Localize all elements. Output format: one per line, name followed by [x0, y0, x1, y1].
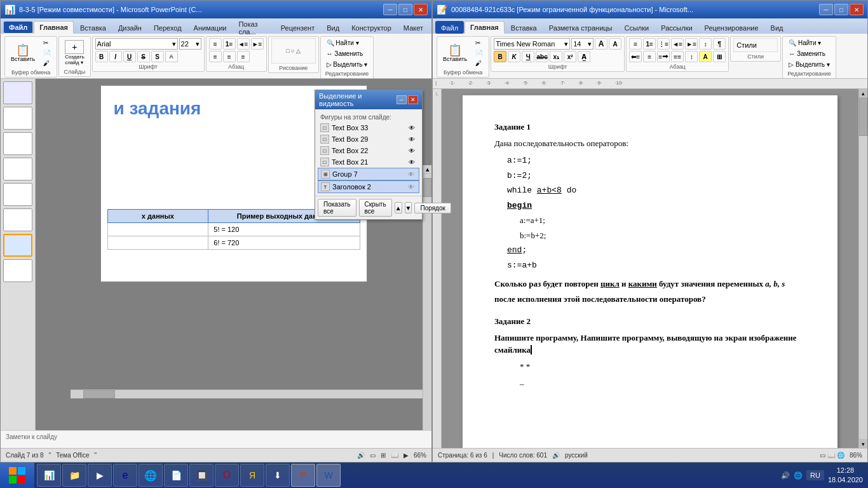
start-button[interactable] [0, 463, 34, 488]
word-shading-button[interactable]: A [699, 51, 712, 62]
word-tab-home[interactable]: Главная [465, 21, 505, 34]
word-view-print-layout[interactable]: ▭ [820, 452, 827, 459]
visibility-icon-21[interactable]: 👁 [407, 158, 417, 166]
ppt-tab-insert[interactable]: Вставка [74, 21, 112, 34]
word-scroll-up[interactable]: ▴ [859, 89, 867, 98]
visibility-icon-heading2[interactable]: 👁 [406, 182, 416, 191]
ppt-copy-button[interactable]: 📄 [40, 48, 54, 58]
word-tab-file[interactable]: Файл [435, 21, 464, 34]
word-tab-view[interactable]: Вид [765, 21, 789, 34]
word-view-web[interactable]: 🌐 [837, 452, 844, 459]
selection-item-textbox21[interactable]: □ Text Box 21 👁 [318, 156, 419, 168]
order-down-button[interactable]: ▼ [405, 202, 412, 214]
taskbar-pdf[interactable]: 📄 [164, 464, 188, 487]
word-close-button[interactable]: ✕ [850, 4, 864, 15]
ppt-notes[interactable]: Заметки к слайду [1, 430, 431, 448]
horizontal-scrollbar-thumb[interactable] [83, 390, 115, 398]
ppt-format-button[interactable]: 🖌 [40, 58, 54, 68]
ppt-view-slide-sorter[interactable]: ⊞ [381, 452, 386, 459]
word-tab-references[interactable]: Ссылки [618, 21, 654, 34]
word-view-reading[interactable]: 📖 [827, 452, 837, 459]
word-grow-font-button[interactable]: A [595, 38, 607, 50]
selection-panel-minimize[interactable]: ─ [397, 95, 407, 104]
word-numbering-button[interactable]: 1≡ [643, 38, 656, 50]
ppt-underline-button[interactable]: U [123, 51, 136, 62]
ppt-strikethrough-button[interactable]: S [137, 51, 150, 62]
order-button[interactable]: Порядок [414, 203, 451, 214]
word-italic-button[interactable]: K [508, 51, 520, 62]
word-font-size-selector[interactable]: 14 ▾ [571, 38, 593, 50]
word-underline-button[interactable]: Ч [522, 51, 534, 62]
ppt-tab-view[interactable]: Вид [321, 21, 345, 34]
slide-thumb-6[interactable] [3, 208, 32, 231]
word-sort-button[interactable]: ↕ [699, 38, 712, 50]
ppt-view-slideshow[interactable]: ▶ [403, 452, 409, 459]
word-paste-button[interactable]: 📋 Вставить [440, 43, 470, 64]
order-up-button[interactable]: ▲ [395, 202, 402, 214]
word-scrollbar-vertical[interactable]: ▴ ▾ [858, 89, 867, 448]
word-scroll-down[interactable]: ▾ [859, 439, 867, 448]
taskbar-language[interactable]: RU [806, 470, 824, 480]
taskbar-excel[interactable]: 📊 [37, 464, 61, 487]
word-document-area[interactable]: Задание 1 Дана последовательность операт… [442, 89, 858, 448]
word-tab-mailings[interactable]: Рассылки [655, 21, 698, 34]
word-scrollbar-thumb[interactable] [859, 98, 867, 136]
ppt-tab-file[interactable]: Файл [3, 21, 33, 34]
taskbar-explorer[interactable]: 📁 [62, 464, 86, 487]
word-copy-button[interactable]: 📄 [472, 48, 486, 58]
ppt-font-selector[interactable]: Arial ▾ [95, 38, 178, 50]
slide-thumb-4[interactable] [3, 158, 32, 180]
styles-selector[interactable]: Стили [733, 38, 778, 52]
word-justify-button[interactable]: ≡≡ [671, 51, 684, 62]
taskbar-ie[interactable]: e [113, 464, 137, 487]
word-align-center-button[interactable]: ≡ [643, 51, 656, 62]
ppt-paste-button[interactable]: 📋 Вставить [8, 43, 38, 64]
word-font-selector[interactable]: Times New Roman ▾ [494, 38, 570, 50]
ppt-font-color-button[interactable]: A [165, 51, 178, 62]
ppt-font-size-selector[interactable]: 22 ▾ [179, 38, 201, 50]
word-tab-insert[interactable]: Вставка [505, 21, 543, 34]
word-multilevel-button[interactable]: ⋮≡ [657, 38, 670, 50]
word-line-spacing-button[interactable]: ↕ [685, 51, 698, 62]
slide-thumb-1[interactable] [3, 81, 32, 104]
word-strikethrough-button[interactable]: abc [536, 51, 548, 62]
ppt-bold-button[interactable]: B [95, 51, 108, 62]
word-format-button[interactable]: 🖌 [472, 58, 486, 68]
drawing-shapes-area[interactable]: □ ○ △ [271, 38, 316, 64]
ppt-cut-button[interactable]: ✂ [40, 38, 54, 48]
ppt-new-slide-button[interactable]: + Создатьслайд ▾ [62, 38, 87, 67]
taskbar-powerpoint[interactable]: P [291, 464, 315, 487]
visibility-icon-29[interactable]: 👁 [407, 135, 417, 144]
word-replace-button[interactable]: ↔ Заменить [785, 49, 833, 58]
ppt-select-button[interactable]: ▷ Выделить ▾ [323, 60, 371, 69]
visibility-icon-22[interactable]: 👁 [407, 146, 417, 155]
slide-thumb-8[interactable] [3, 259, 32, 282]
ppt-align-left-button[interactable]: ≡ [209, 51, 222, 62]
ppt-scrollbar-horizontal[interactable] [71, 390, 423, 398]
taskbar-opera[interactable]: O [215, 464, 239, 487]
word-bold-button[interactable]: B [494, 51, 506, 62]
selection-item-textbox22[interactable]: □ Text Box 22 👁 [318, 145, 419, 156]
taskbar-app1[interactable]: 🔲 [189, 464, 214, 487]
selection-item-heading2[interactable]: T Заголовок 2 👁 [318, 180, 419, 193]
ppt-tab-animations[interactable]: Анимации [188, 21, 233, 34]
word-increase-indent-button[interactable]: ►≡ [685, 38, 698, 50]
ppt-bullets-button[interactable]: ≡ [209, 38, 222, 50]
word-decrease-indent-button[interactable]: ◄≡ [671, 38, 684, 50]
taskbar-media[interactable]: ▶ [88, 464, 112, 487]
hide-all-button[interactable]: Скрыть все [359, 199, 392, 217]
ppt-shadow-button[interactable]: S [151, 51, 164, 62]
taskbar-volume-icon[interactable]: 🔊 [781, 471, 790, 480]
ppt-tab-transitions[interactable]: Переход [148, 21, 187, 34]
selection-panel-close[interactable]: ✕ [408, 95, 418, 104]
word-bullets-button[interactable]: ≡ [629, 38, 642, 50]
visibility-icon-group7[interactable]: 👁 [406, 170, 416, 179]
taskbar-chrome[interactable]: 🌐 [139, 464, 163, 487]
ppt-align-right-button[interactable]: ≡ [237, 51, 250, 62]
ppt-view-normal[interactable]: ▭ [370, 452, 376, 459]
word-align-left-button[interactable]: ⬅≡ [629, 51, 642, 62]
ppt-find-button[interactable]: 🔍 Найти ▾ [323, 38, 371, 48]
ppt-tab-review[interactable]: Рецензент [275, 21, 321, 34]
word-maximize-button[interactable]: □ [834, 4, 848, 15]
word-tab-page-layout[interactable]: Разметка страницы [543, 21, 618, 34]
